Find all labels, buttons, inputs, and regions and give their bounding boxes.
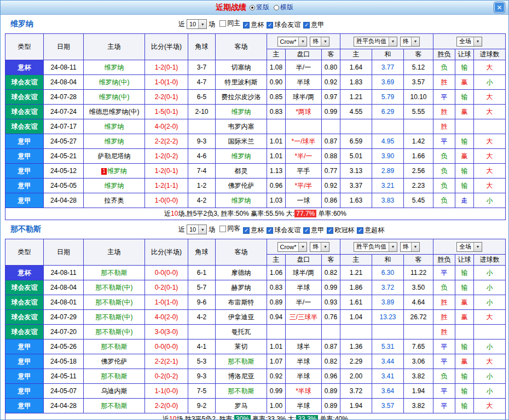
cell-result-goals: 大 (474, 105, 506, 119)
checkbox-checked-icon[interactable]: ✓ (303, 227, 310, 234)
checkbox-checked-icon[interactable]: ✓ (243, 227, 250, 234)
match-count-select[interactable]: 10▼ (187, 225, 207, 234)
filter-checkbox[interactable]: ✓球会友谊 (267, 226, 300, 235)
cell-date: 24-07-24 (44, 105, 84, 119)
match-count-select[interactable]: 10▼ (187, 19, 207, 29)
layout-radio-option[interactable]: 竖版 (250, 3, 269, 12)
cell-score: 0-0(0-0) (145, 340, 188, 354)
bookmaker-select[interactable]: Crow*▼ (277, 37, 308, 47)
home-team-name: 维罗纳 (105, 182, 124, 189)
cell-odds-home: 0.83 (267, 105, 286, 119)
cell-date: 24-08-04 (44, 280, 84, 295)
cell-handicap (286, 325, 322, 340)
cell-odds-away: 0.87 (322, 340, 340, 354)
checkbox-label: 意甲 (311, 20, 324, 30)
checkbox-unchecked-icon[interactable] (219, 20, 226, 27)
cell-euro-draw (372, 325, 404, 340)
euro-avg-select[interactable]: 胜平负均值▼ (354, 37, 397, 47)
checkbox-label: 球会友谊 (274, 20, 300, 30)
cell-euro-home: 1.04 (340, 310, 372, 325)
away-team-name: 都灵 (235, 167, 248, 175)
cell-score: 0-2(0-2) (145, 369, 188, 384)
cell-home-team: 维罗纳(中) (84, 75, 145, 90)
filter-checkbox[interactable]: ✓意杯 (243, 20, 264, 30)
filter-checkbox[interactable]: 同主 (219, 19, 240, 28)
cell-odds-away: 0.88 (322, 149, 340, 164)
euro-final-select[interactable]: 终▼ (400, 242, 420, 252)
cell-result-goals: 大 (474, 354, 506, 369)
cell-odds-home: 1.06 (267, 266, 286, 280)
cell-odds-away: 0.77 (322, 164, 340, 179)
filter-checkbox[interactable]: ✓意甲 (303, 20, 324, 30)
summary-part: 场,胜5平2负3, 胜率:50% 赢率:55.5% 大: (178, 210, 294, 217)
cell-away-team: 摩德纳 (216, 266, 267, 280)
checkbox-checked-icon[interactable]: ✓ (243, 22, 250, 28)
cell-handicap: 三/三球半 (286, 310, 322, 325)
cell-euro-home: 1.21 (340, 90, 372, 105)
away-team-name: 维罗纳 (232, 152, 251, 160)
handicap-select-group: Crow*▼ 终▼ (267, 34, 340, 49)
cell-result-goals: 小 (474, 75, 506, 90)
cell-euro-away: 5.12 (404, 60, 433, 75)
cell-odds-away: 0.99 (322, 280, 340, 295)
radio-unselected-icon[interactable] (274, 5, 279, 10)
filter-checkbox[interactable]: 同客 (219, 224, 240, 233)
checkbox-checked-icon[interactable]: ✓ (303, 22, 310, 28)
home-team-name: 佛罗伦萨 (101, 358, 128, 365)
cell-euro-draw: 3.69 (372, 75, 404, 90)
cell-away-team: 博洛尼亚 (216, 369, 267, 384)
cell-odds-home: 0.92 (267, 369, 286, 384)
filter-checkbox[interactable]: ✓意甲 (303, 226, 324, 235)
cell-euro-away: 3.50 (404, 280, 433, 295)
chevron-down-icon: ▼ (198, 225, 206, 234)
handicap-final-select[interactable]: 终▼ (310, 242, 329, 252)
match-row: 意杯24-08-11维罗纳1-2(0-1)3-7切塞纳1.08半/一0.801.… (5, 60, 506, 75)
layout-radio-option[interactable]: 横版 (274, 3, 293, 12)
cell-handicap: *半/一 (286, 149, 322, 164)
away-team-name: 切塞纳 (232, 64, 251, 71)
red-card-badge: 1 (101, 168, 107, 175)
cell-away-team: 都灵 (216, 164, 267, 179)
cell-score: 1-2(0-1) (145, 164, 188, 179)
cell-result-handicap: 输 (455, 134, 474, 149)
checkbox-checked-icon[interactable]: ✓ (357, 227, 363, 234)
cell-odds-away: 0.93 (322, 295, 340, 310)
cell-odds-home: 0.94 (267, 310, 286, 325)
handicap-final-select[interactable]: 终▼ (310, 37, 329, 47)
col-type: 类型 (5, 239, 44, 266)
cell-euro-away (404, 119, 433, 134)
cell-euro-home: 1.36 (340, 340, 372, 354)
cell-score: 2-2(2-2) (145, 134, 188, 149)
checkbox-unchecked-icon[interactable] (219, 226, 226, 232)
match-row: 球会友谊24-08-04维罗纳(中)1-0(1-0)4-7特里波利斯0.90半球… (5, 75, 506, 90)
cell-result-wdl: 平 (433, 340, 455, 354)
home-team-name: 那不勒斯(中) (96, 284, 133, 291)
euro-select-group: 胜平负均值▼ 终▼ (340, 239, 433, 255)
filter-checkbox[interactable]: ✓欧冠杯 (327, 226, 354, 235)
radio-selected-icon[interactable] (250, 5, 255, 10)
scope-select[interactable]: 全场▼ (456, 37, 482, 47)
cell-odds-away: 0.76 (322, 310, 340, 325)
checkbox-checked-icon[interactable]: ✓ (267, 227, 273, 234)
euro-avg-select[interactable]: 胜平负均值▼ (354, 242, 397, 252)
summary-part: 10 (171, 210, 178, 217)
euro-final-select[interactable]: 终▼ (400, 37, 420, 47)
bookmaker-select[interactable]: Crow*▼ (277, 242, 308, 252)
checkbox-checked-icon[interactable]: ✓ (327, 227, 333, 234)
cell-competition: 意杯 (5, 266, 44, 280)
close-button[interactable]: ✕ (494, 2, 505, 13)
scope-select[interactable]: 全场▼ (456, 242, 482, 252)
cell-corners (188, 119, 216, 134)
cell-odds-away (322, 325, 340, 340)
cell-competition: 意甲 (5, 399, 44, 413)
filter-checkbox[interactable]: ✓意超杯 (357, 226, 384, 235)
cell-handicap: 半球 (286, 354, 322, 369)
filter-checkbox[interactable]: ✓球会友谊 (267, 20, 300, 30)
checkbox-checked-icon[interactable]: ✓ (267, 22, 273, 28)
cell-result-wdl: 负 (433, 164, 455, 179)
cell-result-wdl: 胜 (433, 295, 455, 310)
away-team-name: 佛罗伦萨 (228, 182, 255, 189)
filter-checkbox[interactable]: ✓意杯 (243, 226, 264, 235)
filter-games-label: 场 (209, 20, 215, 29)
chevron-down-icon: ▼ (298, 243, 306, 251)
